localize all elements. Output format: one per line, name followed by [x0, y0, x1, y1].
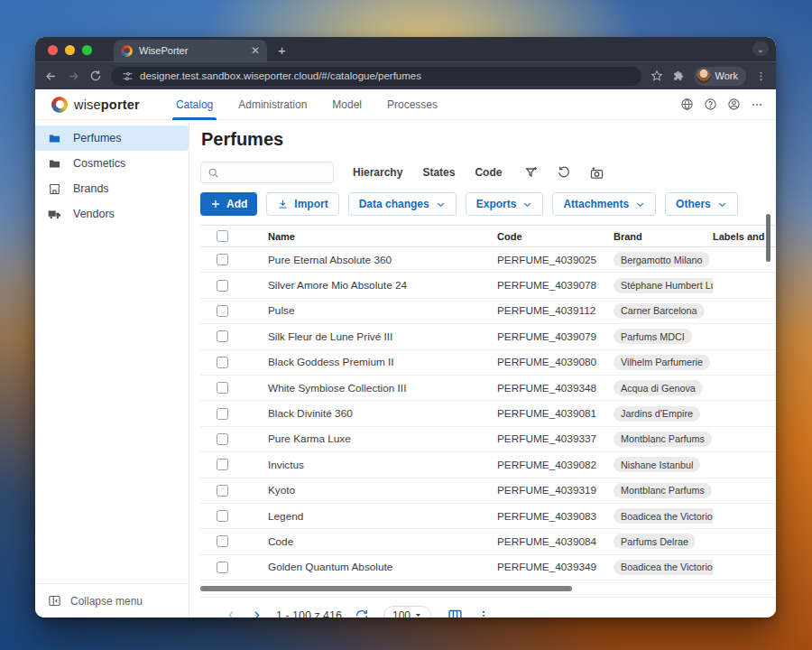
table-more-icon[interactable] — [477, 609, 490, 618]
table-row[interactable]: Silver Amore Mio Absolute 24 PERFUME_403… — [200, 273, 776, 298]
browser-tab[interactable]: WisePorter ✕ — [114, 40, 267, 61]
data-changes-button[interactable]: Data changes — [348, 192, 457, 216]
sidebar-item-vendors[interactable]: Vendors — [35, 201, 189, 227]
brand-pill: Parfums Delrae — [614, 534, 696, 549]
history-refresh-icon[interactable] — [557, 165, 571, 180]
table-row[interactable]: Black Goddess Premium II PERFUME_4039080… — [200, 350, 776, 376]
tab-search-chevron-icon[interactable]: ⌄ — [752, 42, 769, 56]
snapshot-camera-icon[interactable] — [589, 165, 604, 181]
tab-close-icon[interactable]: ✕ — [251, 45, 260, 56]
horizontal-scrollbar-thumb[interactable] — [200, 586, 572, 591]
select-all-checkbox[interactable] — [217, 230, 228, 242]
attachments-button[interactable]: Attachments — [552, 192, 656, 216]
row-checkbox[interactable] — [217, 382, 228, 394]
sidebar-item-cosmetics[interactable]: Cosmetics — [35, 151, 189, 176]
address-bar[interactable]: designer.test.sandbox.wiseporter.cloud/#… — [111, 67, 641, 86]
reload-icon[interactable] — [89, 70, 102, 82]
nav-catalog[interactable]: Catalog — [163, 89, 226, 120]
column-header-brand[interactable]: Brand — [614, 231, 713, 242]
cell-name: Silver Amore Mio Absolute 24 — [252, 279, 497, 292]
cell-name: Legend — [252, 510, 497, 523]
browser-window: WisePorter ✕ + ⌄ designer.test.sandbox.w… — [35, 37, 776, 618]
table-row[interactable]: Pulse PERFUME_4039112 Carner Barcelona — [200, 299, 776, 324]
add-filter-icon[interactable] — [524, 165, 539, 180]
row-checkbox[interactable] — [217, 485, 228, 497]
row-checkbox[interactable] — [217, 562, 228, 573]
hierarchy-button[interactable]: Hierarchy — [343, 162, 412, 183]
new-tab-button[interactable]: + — [278, 42, 286, 58]
table-row[interactable]: White Symbiose Collection III PERFUME_40… — [200, 376, 776, 401]
chevron-down-icon — [635, 200, 645, 209]
sidebar-item-brands[interactable]: Brands — [35, 176, 189, 201]
column-header-code[interactable]: Code — [497, 231, 614, 242]
wiseporter-logo-text: wiseporter — [74, 98, 140, 112]
exports-button[interactable]: Exports — [466, 192, 544, 216]
code-button[interactable]: Code — [465, 162, 512, 183]
account-icon[interactable] — [727, 98, 741, 111]
collapse-menu-button[interactable]: Collapse menu — [35, 583, 189, 618]
table-row[interactable]: Golden Quantum Absolute PERFUME_4039349 … — [200, 555, 776, 580]
next-page-icon[interactable] — [245, 605, 267, 618]
browser-toolbar: designer.test.sandbox.wiseporter.cloud/#… — [35, 61, 776, 89]
nav-model[interactable]: Model — [319, 89, 374, 120]
minimize-window-button[interactable] — [65, 45, 75, 55]
states-button[interactable]: States — [412, 162, 465, 183]
back-icon[interactable] — [44, 70, 58, 83]
others-button[interactable]: Others — [665, 192, 738, 216]
table-row[interactable]: Kyoto PERFUME_4039319 Montblanc Parfums — [200, 478, 776, 504]
table-row[interactable]: Pure Karma Luxe PERFUME_4039337 Montblan… — [200, 427, 776, 452]
refresh-table-icon[interactable] — [355, 608, 369, 618]
table-row[interactable]: Code PERFUME_4039084 Parfums Delrae — [200, 529, 776, 554]
wiseporter-logo[interactable]: wiseporter — [51, 97, 140, 113]
browser-profile-button[interactable]: Work — [694, 67, 746, 86]
nav-processes[interactable]: Processes — [374, 89, 450, 120]
site-settings-icon[interactable] — [122, 70, 134, 82]
search-input[interactable] — [224, 166, 327, 179]
table-row[interactable]: Invictus PERFUME_4039082 Nishane Istanbu… — [200, 452, 776, 478]
previous-page-icon[interactable] — [220, 605, 242, 618]
zoom-window-button[interactable] — [82, 45, 92, 55]
extensions-icon[interactable] — [672, 70, 685, 82]
row-checkbox[interactable] — [217, 254, 228, 265]
add-button[interactable]: Add — [200, 192, 257, 216]
cell-name: Code — [252, 535, 497, 548]
table-row[interactable]: Pure Eternal Absolute 360 PERFUME_403902… — [200, 247, 776, 273]
close-window-button[interactable] — [48, 45, 58, 55]
row-checkbox[interactable] — [217, 330, 228, 342]
language-globe-icon[interactable] — [680, 98, 694, 111]
row-checkbox[interactable] — [217, 535, 228, 547]
chevron-down-icon — [436, 200, 446, 209]
brand-pill: Stéphane Humbert Lucas — [614, 278, 713, 293]
table-row[interactable]: Legend PERFUME_4039083 Boadicea the Vict… — [200, 504, 776, 529]
row-checkbox[interactable] — [217, 433, 228, 445]
search-box[interactable] — [200, 162, 334, 183]
folder-icon — [47, 132, 61, 145]
table-body: Pure Eternal Absolute 360 PERFUME_403902… — [200, 247, 776, 580]
cell-code: PERFUME_4039081 — [497, 407, 614, 420]
row-checkbox[interactable] — [217, 408, 228, 420]
column-header-name[interactable]: Name — [252, 231, 497, 242]
cell-name: Pure Eternal Absolute 360 — [252, 254, 497, 266]
row-checkbox[interactable] — [217, 305, 228, 317]
row-checkbox[interactable] — [217, 459, 228, 470]
table-row[interactable]: Silk Fleur de Lune Privé III PERFUME_403… — [200, 324, 776, 349]
row-checkbox[interactable] — [217, 510, 228, 522]
brand-pill: Parfums MDCI — [614, 329, 692, 344]
sidebar-item-perfumes[interactable]: Perfumes — [35, 125, 189, 151]
help-icon[interactable] — [704, 98, 717, 111]
vertical-scrollbar-thumb[interactable] — [766, 214, 770, 262]
import-button[interactable]: Import — [266, 192, 338, 216]
page-size-select[interactable]: 100 — [383, 606, 431, 618]
forward-icon[interactable] — [67, 70, 80, 83]
wiseporter-favicon — [121, 45, 133, 57]
nav-administration[interactable]: Administration — [226, 89, 319, 120]
pagination-bar: 1 - 100 z 416 100 — [200, 597, 776, 618]
browser-menu-icon[interactable] — [755, 70, 767, 82]
row-checkbox[interactable] — [217, 357, 228, 368]
row-checkbox[interactable] — [217, 280, 228, 292]
table-row[interactable]: Black Divinité 360 PERFUME_4039081 Jardi… — [200, 401, 776, 426]
bookmark-star-icon[interactable] — [651, 70, 663, 82]
header-more-icon[interactable] — [751, 98, 763, 111]
horizontal-scrollbar[interactable] — [200, 586, 767, 591]
columns-settings-icon[interactable] — [448, 608, 463, 618]
